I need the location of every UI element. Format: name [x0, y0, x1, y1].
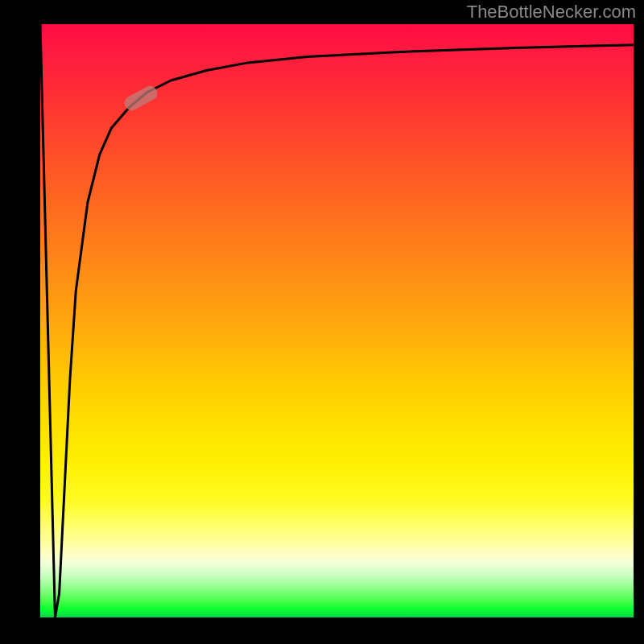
- chart-area: [40, 24, 634, 617]
- attribution-text: TheBottleNecker.com: [467, 2, 636, 23]
- curve-svg: [40, 24, 634, 617]
- bottleneck-curve: [40, 24, 634, 617]
